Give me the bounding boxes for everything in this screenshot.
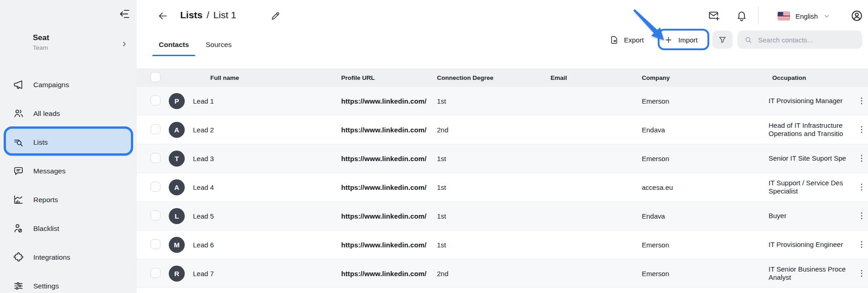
kebab-icon bbox=[857, 96, 867, 106]
company-cell: Endava bbox=[642, 212, 769, 220]
export-icon bbox=[609, 35, 619, 45]
chevron-down-icon bbox=[823, 13, 830, 20]
language-label: English bbox=[795, 12, 818, 20]
row-menu-button[interactable] bbox=[857, 240, 867, 250]
workspace-switcher[interactable]: Seat Team bbox=[33, 33, 49, 52]
search-input[interactable] bbox=[757, 36, 856, 44]
kebab-icon bbox=[857, 153, 867, 163]
sidebar-item-reports[interactable]: Reports bbox=[4, 185, 133, 214]
profile-url-cell[interactable]: https://www.linkedin.com/ bbox=[341, 126, 437, 134]
sidebar-item-integrations[interactable]: Integrations bbox=[4, 243, 133, 272]
chevron-right-icon[interactable] bbox=[120, 40, 128, 48]
kebab-icon bbox=[857, 182, 867, 192]
row-checkbox[interactable] bbox=[151, 210, 161, 220]
table-row[interactable]: PLead 1https://www.linkedin.com/1stEmers… bbox=[137, 87, 868, 115]
occupation-cell: IT Provisioning Engineer bbox=[769, 241, 857, 249]
column-header-full-name: Full name bbox=[193, 74, 341, 81]
table-row[interactable]: ALead 4https://www.linkedin.com/1stacces… bbox=[137, 173, 868, 202]
tab-sources[interactable]: Sources bbox=[206, 34, 232, 56]
puzzle-icon bbox=[13, 251, 24, 263]
export-button[interactable]: Export bbox=[609, 31, 644, 49]
kebab-icon bbox=[857, 268, 867, 278]
breadcrumb-parent[interactable]: Lists bbox=[180, 10, 203, 21]
row-checkbox[interactable] bbox=[151, 95, 161, 105]
select-all-checkbox[interactable] bbox=[151, 72, 161, 82]
table-row[interactable]: ALead 2https://www.linkedin.com/2ndEndav… bbox=[137, 115, 868, 144]
table-row[interactable]: LLead 5https://www.linkedin.com/1stEndav… bbox=[137, 202, 868, 230]
filter-button[interactable] bbox=[712, 31, 733, 49]
occupation-cell: IT Provisioning Manager bbox=[769, 97, 857, 105]
row-menu-button[interactable] bbox=[857, 211, 867, 221]
full-name-cell: Lead 2 bbox=[193, 126, 341, 134]
row-menu-button[interactable] bbox=[857, 268, 867, 278]
import-label: Import bbox=[678, 36, 698, 44]
users-icon bbox=[13, 108, 24, 119]
edit-icon bbox=[270, 11, 281, 21]
sidebar-item-blacklist[interactable]: Blacklist bbox=[4, 214, 133, 243]
kebab-icon bbox=[857, 125, 867, 135]
plus-icon bbox=[664, 35, 673, 45]
row-checkbox[interactable] bbox=[151, 153, 161, 163]
sidebar-item-settings[interactable]: Settings bbox=[4, 272, 133, 293]
company-cell: Endava bbox=[642, 126, 769, 134]
row-menu-button[interactable] bbox=[857, 182, 867, 192]
avatar: A bbox=[169, 122, 185, 138]
table-body: PLead 1https://www.linkedin.com/1stEmers… bbox=[137, 87, 868, 288]
import-button[interactable]: Import bbox=[664, 31, 698, 49]
search-icon bbox=[744, 36, 753, 44]
invite-mail-button[interactable] bbox=[708, 10, 720, 22]
rename-list-button[interactable] bbox=[270, 11, 281, 21]
collapse-sidebar-button[interactable] bbox=[119, 8, 131, 20]
connection-degree-cell: 1st bbox=[437, 241, 551, 249]
user-block-icon bbox=[13, 223, 24, 234]
column-header-occupation: Occupation bbox=[769, 74, 857, 81]
company-cell: Emerson bbox=[642, 155, 769, 162]
profile-url-cell[interactable]: https://www.linkedin.com/ bbox=[341, 212, 437, 220]
table-row[interactable]: MLead 6https://www.linkedin.com/1stEmers… bbox=[137, 230, 868, 259]
occupation-cell: IT Senior Business Proce Analyst bbox=[769, 265, 857, 282]
sidebar-item-all-leads[interactable]: All leads bbox=[4, 99, 133, 128]
sliders-icon bbox=[13, 280, 24, 292]
sidebar-item-label: All leads bbox=[33, 110, 60, 118]
sidebar-item-label: Settings bbox=[33, 282, 59, 290]
profile-url-cell[interactable]: https://www.linkedin.com/ bbox=[341, 97, 437, 105]
filter-icon bbox=[718, 35, 727, 44]
language-selector[interactable]: English bbox=[778, 9, 830, 23]
column-header-company: Company bbox=[642, 74, 769, 81]
profile-url-cell[interactable]: https://www.linkedin.com/ bbox=[341, 183, 437, 191]
profile-url-cell[interactable]: https://www.linkedin.com/ bbox=[341, 155, 437, 162]
main-content: Lists/List 1 English Contacts Sources Ex… bbox=[137, 0, 868, 293]
sidebar-nav: CampaignsAll leadsListsMessagesReportsBl… bbox=[0, 70, 137, 293]
row-menu-button[interactable] bbox=[857, 125, 867, 135]
avatar: M bbox=[169, 237, 185, 253]
row-menu-button[interactable] bbox=[857, 96, 867, 106]
profile-url-cell[interactable]: https://www.linkedin.com/ bbox=[341, 270, 437, 277]
sidebar-item-messages[interactable]: Messages bbox=[4, 157, 133, 185]
sidebar-item-campaigns[interactable]: Campaigns bbox=[4, 70, 133, 99]
chart-icon bbox=[13, 194, 24, 205]
back-button[interactable] bbox=[157, 10, 169, 22]
avatar: T bbox=[169, 151, 185, 167]
row-menu-button[interactable] bbox=[857, 153, 867, 163]
breadcrumb-separator: / bbox=[207, 10, 209, 21]
sidebar-item-label: Messages bbox=[33, 167, 66, 175]
connection-degree-cell: 1st bbox=[437, 97, 551, 105]
column-header-email: Email bbox=[551, 74, 642, 81]
table-row[interactable]: TLead 3https://www.linkedin.com/1stEmers… bbox=[137, 144, 868, 173]
row-checkbox[interactable] bbox=[151, 182, 161, 192]
table-row[interactable]: RLead 7https://www.linkedin.com/2ndEmers… bbox=[137, 259, 868, 288]
tab-contacts[interactable]: Contacts bbox=[159, 34, 189, 56]
bell-icon bbox=[736, 10, 748, 21]
connection-degree-cell: 2nd bbox=[437, 270, 551, 277]
row-checkbox[interactable] bbox=[151, 124, 161, 134]
sidebar-item-lists[interactable]: Lists bbox=[4, 128, 133, 157]
company-cell: Emerson bbox=[642, 241, 769, 249]
profile-url-cell[interactable]: https://www.linkedin.com/ bbox=[341, 241, 437, 249]
row-checkbox[interactable] bbox=[151, 239, 161, 249]
avatar: R bbox=[169, 266, 185, 282]
search-box bbox=[738, 31, 862, 49]
row-checkbox[interactable] bbox=[151, 268, 161, 278]
back-arrow-icon bbox=[157, 10, 169, 22]
profile-menu-button[interactable] bbox=[850, 9, 863, 22]
notifications-button[interactable] bbox=[735, 10, 748, 22]
